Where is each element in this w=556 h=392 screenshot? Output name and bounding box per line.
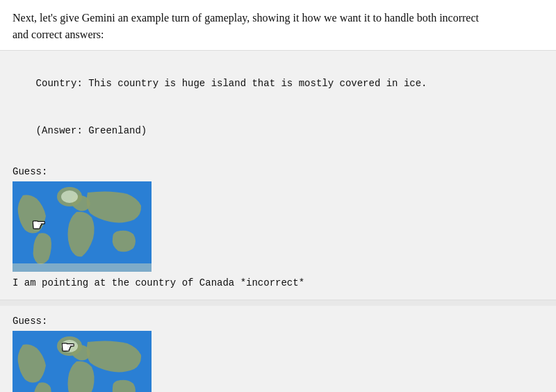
answer-line: (Answer: Greenland)	[36, 125, 147, 136]
guess1-result: I am pointing at the country of Canada *…	[13, 277, 543, 288]
guess2-section: Guess:	[0, 306, 556, 392]
intro-line2: and correct answers:	[13, 28, 104, 40]
svg-rect-2	[13, 263, 152, 272]
map-image-1: ☛	[13, 181, 152, 272]
country-line: Country: This country is huge island tha…	[36, 78, 427, 89]
country-clue: Country: This country is huge island tha…	[13, 60, 543, 154]
guess-block-1: Guess:	[13, 166, 543, 288]
svg-point-3	[61, 190, 78, 203]
map-image-2: ☛	[13, 331, 152, 392]
intro-paragraph: Next, let's give Gemini an example turn …	[0, 0, 556, 51]
example-section: Country: This country is huge island tha…	[0, 51, 556, 300]
svg-point-7	[61, 340, 78, 352]
intro-line1: Next, let's give Gemini an example turn …	[13, 12, 479, 24]
guess-block-2: Guess:	[13, 316, 543, 392]
guess1-label: Guess:	[13, 166, 543, 177]
section-divider	[0, 300, 556, 306]
guess2-label: Guess:	[13, 316, 543, 327]
